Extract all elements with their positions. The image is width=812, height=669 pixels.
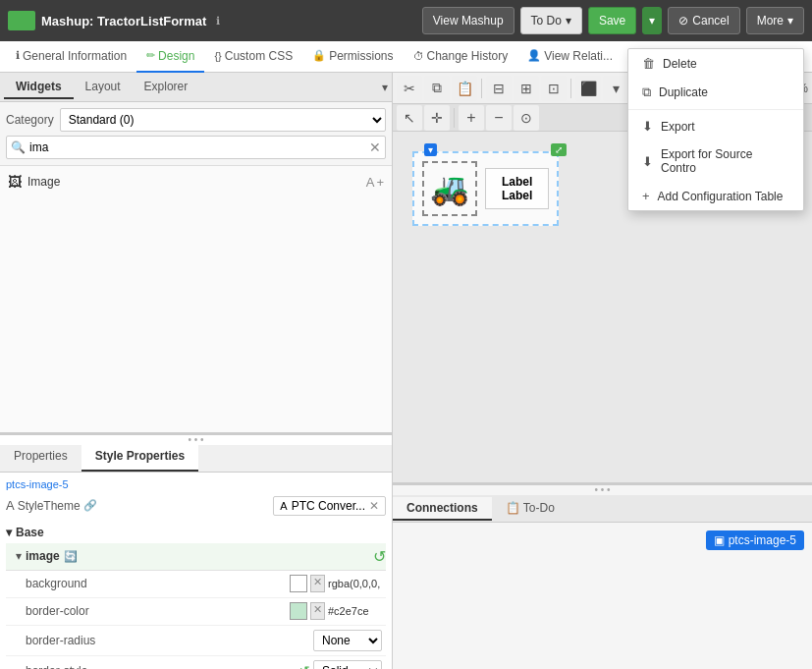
- dropdown-item-delete[interactable]: 🗑 Delete: [628, 49, 803, 78]
- prop-border-style-controls: ↺ Solid: [298, 660, 382, 670]
- more-dropdown-menu: 🗑 Delete ⧉ Duplicate ⬇ Export ⬇ Export f…: [627, 48, 804, 211]
- background-color-value: rgba(0,0,0,: [328, 578, 382, 589]
- delete-label: Delete: [663, 57, 697, 71]
- cancel-button[interactable]: ⊘ Cancel: [668, 7, 739, 34]
- more-chevron-icon: ▾: [787, 14, 793, 28]
- expand-widget-btn[interactable]: ⊙: [514, 105, 539, 131]
- tab-custom-css[interactable]: {} Custom CSS: [204, 41, 302, 73]
- view-mashup-button[interactable]: View Mashup: [422, 7, 514, 34]
- border-style-select[interactable]: Solid: [313, 660, 382, 670]
- tab-connections[interactable]: Connections: [393, 497, 492, 521]
- distribute-button[interactable]: ⊡: [541, 76, 567, 101]
- remove-widget-btn[interactable]: −: [486, 105, 512, 131]
- toolbar-separator-1: [481, 79, 482, 98]
- prop-row-background: background ✕ rgba(0,0,0,: [6, 571, 386, 598]
- expand-icon[interactable]: ▾: [382, 81, 388, 94]
- list-item[interactable]: 🖼 Image A +: [6, 170, 386, 194]
- view-options-button[interactable]: ▾: [603, 76, 628, 101]
- export-source-icon: ⬇: [642, 154, 653, 169]
- prop-background-label: background: [26, 577, 290, 590]
- background-color-x-btn[interactable]: ✕: [310, 575, 325, 592]
- tab-design-label: Design: [158, 49, 194, 63]
- tab-properties[interactable]: Properties: [0, 445, 81, 472]
- add-widget-btn[interactable]: +: [459, 105, 484, 131]
- more-button[interactable]: More ▾: [746, 7, 804, 34]
- canvas-label-widget[interactable]: Label Label: [485, 168, 549, 209]
- move-tool-btn[interactable]: ✛: [424, 105, 450, 131]
- save-button[interactable]: Save: [588, 7, 636, 34]
- canvas-image-widget[interactable]: 🚜: [422, 161, 477, 216]
- canvas-label-line2: Label: [502, 189, 532, 202]
- dropdown-separator: [628, 109, 803, 110]
- style-theme-value-btn[interactable]: A PTC Conver... ✕: [273, 496, 386, 516]
- props-content: ptcs-image-5 A StyleTheme 🔗 A PTC Conver…: [0, 473, 392, 670]
- widget-handle-right[interactable]: ⤢: [551, 143, 567, 156]
- top-bar: Mashup: TractorListFormat ℹ View Mashup …: [0, 0, 812, 41]
- tab-widgets[interactable]: Widgets: [4, 76, 74, 99]
- align-h-button[interactable]: ⊟: [486, 76, 512, 101]
- tab-design[interactable]: ✏ Design: [136, 41, 204, 73]
- section-base-header[interactable]: ▾ Base: [6, 522, 386, 543]
- align-v-button[interactable]: ⊞: [514, 76, 539, 101]
- image-widget-label: Image: [27, 175, 60, 189]
- style-theme-val-icon: A: [280, 500, 287, 512]
- add-config-label: Add Configuration Table: [658, 190, 784, 203]
- tab-view-relati[interactable]: 👤 View Relati...: [517, 41, 623, 73]
- widget-action-style-icon[interactable]: A: [366, 175, 375, 190]
- widget-id: ptcs-image-5: [6, 478, 386, 490]
- splitter[interactable]: • • •: [0, 435, 392, 445]
- app-icon: [8, 11, 35, 30]
- tab-explorer[interactable]: Explorer: [133, 76, 200, 99]
- tab-general-info[interactable]: ℹ General Information: [6, 41, 136, 73]
- todo-button[interactable]: To Do ▾: [520, 7, 582, 34]
- border-style-reset-btn[interactable]: ↺: [298, 663, 310, 670]
- tractor-icon: 🚜: [430, 170, 469, 207]
- cut-button[interactable]: ✂: [397, 76, 422, 101]
- search-icon: 🔍: [11, 140, 26, 154]
- left-panel-spacer: [0, 197, 392, 432]
- dropdown-item-export[interactable]: ⬇ Export: [628, 112, 803, 140]
- dropdown-item-duplicate[interactable]: ⧉ Duplicate: [628, 78, 803, 107]
- view-relati-tab-icon: 👤: [527, 49, 541, 62]
- background-color-swatch[interactable]: [290, 575, 307, 592]
- tab-permissions[interactable]: 🔒 Permissions: [302, 41, 403, 73]
- prop-row-border-radius: border-radius None: [6, 626, 386, 656]
- subsection-reset-button[interactable]: ↺: [373, 547, 386, 566]
- save-arrow-button[interactable]: ▾: [642, 7, 662, 34]
- tab-style-properties[interactable]: Style Properties: [81, 445, 198, 472]
- right-bottom-splitter[interactable]: • • •: [393, 485, 812, 495]
- left-panel: Widgets Layout Explorer ▾ Category Stand…: [0, 73, 393, 669]
- info-tab-icon: ℹ: [16, 49, 20, 62]
- search-clear-icon[interactable]: ✕: [369, 139, 381, 155]
- more-label: More: [757, 14, 784, 28]
- border-radius-select[interactable]: None: [313, 630, 382, 651]
- tab-view-relati-label: View Relati...: [544, 49, 613, 63]
- widget-action-add-icon[interactable]: +: [376, 175, 384, 190]
- border-color-x-btn[interactable]: ✕: [310, 602, 325, 620]
- tab-todo[interactable]: 📋 To-Do: [492, 497, 568, 521]
- info-icon[interactable]: ℹ: [216, 15, 220, 28]
- tab-change-history[interactable]: ⏱ Change History: [404, 41, 518, 73]
- border-color-swatch[interactable]: [290, 602, 307, 620]
- paste-button[interactable]: 📋: [452, 76, 477, 101]
- duplicate-label: Duplicate: [659, 85, 708, 99]
- dropdown-item-add-config[interactable]: + Add Configuration Table: [628, 182, 803, 210]
- prop-border-color-label: border-color: [26, 604, 290, 618]
- section-collapse-icon: ▾: [6, 526, 12, 539]
- copy-button[interactable]: ⧉: [424, 76, 450, 101]
- style-theme-close-icon[interactable]: ✕: [369, 499, 379, 513]
- history-tab-icon: ⏱: [413, 50, 424, 62]
- tab-layout[interactable]: Layout: [74, 76, 133, 99]
- dropdown-item-export-source[interactable]: ⬇ Export for Source Contro: [628, 140, 803, 182]
- widget-chip: ▣ ptcs-image-5: [706, 530, 804, 550]
- css-tab-icon: {}: [214, 50, 221, 62]
- bottom-panel: • • • Properties Style Properties ptcs-i…: [0, 432, 392, 670]
- select-tool-btn[interactable]: ↖: [397, 105, 422, 131]
- canvas-widget-group[interactable]: ▾ 🚜 Label Label ⤢: [412, 151, 559, 226]
- subsection-image-header[interactable]: ▾ image 🔄 ↺: [6, 543, 386, 571]
- search-input[interactable]: [29, 140, 369, 154]
- category-select[interactable]: Standard (0): [60, 108, 386, 132]
- grid-view-button[interactable]: ⬛: [575, 76, 601, 101]
- canvas-sep-1: [454, 108, 455, 128]
- export-source-label: Export for Source Contro: [661, 147, 789, 175]
